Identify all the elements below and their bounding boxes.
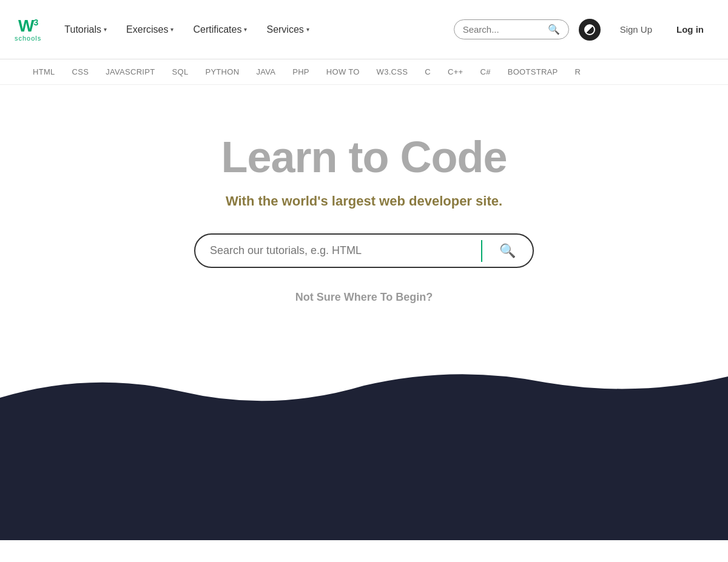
logo-schools-text: schools (15, 35, 41, 42)
nav-tutorials-label: Tutorials (64, 24, 101, 35)
hero-section: Learn to Code With the world's largest w… (0, 85, 728, 340)
subnav-item-java[interactable]: JAVA (248, 59, 284, 85)
hero-search-button[interactable]: 🔍 (482, 236, 533, 266)
subnav-item-css[interactable]: CSS (64, 59, 98, 85)
subnav-item-javascript[interactable]: JAVASCRIPT (97, 59, 163, 85)
nav-services[interactable]: Services ▾ (258, 19, 317, 40)
subnav-item-php[interactable]: PHP (284, 59, 318, 85)
certificates-dropdown-icon: ▾ (244, 26, 247, 33)
logo-superscript: 3 (33, 17, 38, 27)
nav-certificates-label: Certificates (193, 24, 241, 35)
subnav-item-how-to[interactable]: HOW TO (318, 59, 368, 85)
nav-services-label: Services (266, 24, 303, 35)
dark-background (0, 419, 728, 540)
hero-search-box[interactable]: 🔍 (194, 233, 534, 268)
hero-subtitle: With the world's largest web developer s… (226, 193, 502, 209)
dark-wave-section (0, 364, 728, 540)
subnav-item-python[interactable]: PYTHON (197, 59, 248, 85)
subnav-item-c-[interactable]: C# (471, 59, 499, 85)
main-nav: Tutorials ▾ Exercises ▾ Certificates ▾ S… (56, 19, 448, 40)
sub-navigation: HTMLCSSJAVASCRIPTSQLPYTHONJAVAPHPHOW TOW… (0, 59, 728, 85)
theme-toggle-icon (584, 24, 595, 35)
login-button[interactable]: Log in (667, 19, 713, 39)
header-search-box[interactable]: 🔍 (454, 19, 569, 39)
logo[interactable]: W3 schools (15, 18, 41, 42)
theme-toggle-button[interactable] (579, 19, 601, 41)
nav-exercises[interactable]: Exercises ▾ (118, 19, 182, 40)
nav-exercises-label: Exercises (126, 24, 168, 35)
subnav-item-c[interactable]: C (416, 59, 439, 85)
header-search-icon[interactable]: 🔍 (548, 24, 560, 35)
header-search-input[interactable] (463, 24, 543, 35)
wave-svg (0, 364, 728, 419)
not-sure-text: Not Sure Where To Begin? (295, 291, 433, 304)
nav-certificates[interactable]: Certificates ▾ (184, 19, 255, 40)
subnav-item-sql[interactable]: SQL (164, 59, 197, 85)
main-header: W3 schools Tutorials ▾ Exercises ▾ Certi… (0, 0, 728, 59)
hero-search-icon: 🔍 (499, 243, 516, 259)
subnav-item-bootstrap[interactable]: BOOTSTRAP (499, 59, 567, 85)
hero-search-input[interactable] (195, 235, 481, 267)
subnav-item-html[interactable]: HTML (24, 59, 64, 85)
subnav-item-w3-css[interactable]: W3.CSS (368, 59, 417, 85)
hero-title: Learn to Code (221, 133, 507, 181)
exercises-dropdown-icon: ▾ (170, 26, 174, 33)
services-dropdown-icon: ▾ (306, 26, 309, 33)
logo-w3-text: W3 (18, 18, 38, 35)
signup-button[interactable]: Sign Up (610, 19, 662, 39)
tutorials-dropdown-icon: ▾ (104, 26, 107, 33)
nav-tutorials[interactable]: Tutorials ▾ (56, 19, 115, 40)
subnav-item-c--[interactable]: C++ (439, 59, 471, 85)
subnav-item-r[interactable]: R (567, 59, 590, 85)
